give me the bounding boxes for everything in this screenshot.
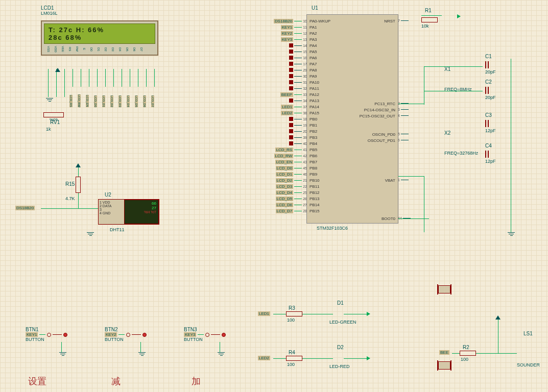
r1-val: 10k (421, 23, 429, 29)
net-label: LCD_D2 (276, 178, 294, 183)
dht-pin: 1 VDD (100, 201, 123, 204)
dht-pin: 4 GND (100, 211, 123, 215)
mcu-pin-PB14: LCD_D627 (276, 203, 307, 207)
mcu-pin-PB11: LCD_D322 (276, 184, 307, 189)
led2-net: LED2 (258, 356, 270, 360)
btn3-cn: 加 (192, 375, 201, 387)
ls1-part: SOUNDER (517, 362, 540, 368)
lcd-net: LCD_RS (69, 95, 73, 107)
c4-ref: C4 (485, 143, 492, 149)
lcd-net: LCD_RW (78, 94, 81, 107)
dht-val1: 66 (126, 201, 156, 206)
btn1-ref: BTN1 (26, 327, 67, 332)
net-label: KEY3 (281, 37, 293, 42)
lcd-pin-VEE: VEE (58, 46, 64, 53)
r3-ref: R3 (289, 305, 295, 311)
mcu-pin-PB15: LCD_D728 (276, 209, 307, 213)
lcd-pin-D1: D1 (94, 46, 100, 53)
net-label: LCD_D6 (276, 203, 294, 207)
c4-val: 12pF (485, 159, 496, 164)
mcu-pin-VBAT: 1 (398, 178, 409, 182)
gnd-icon (508, 232, 515, 236)
lcd-net: LCD_EN (86, 95, 89, 107)
net-label: LCD_D1 (276, 172, 294, 177)
net-label: LCD_D7 (276, 209, 294, 213)
dht11-component[interactable]: 1 VDD2 DATA3 4 GND 66 27 %H %T (98, 199, 159, 225)
c2-cap[interactable] (485, 87, 489, 94)
r3-resistor[interactable] (286, 311, 302, 316)
gnd-icon (217, 352, 226, 356)
mcu-pin-PB9: LCD_D146 (276, 172, 307, 177)
r4-val: 100 (287, 362, 295, 367)
btn2-button[interactable]: KEY2 (105, 332, 147, 337)
net-label: LCD_D0 (276, 166, 294, 170)
mcu-pin-PA8: 29 (289, 68, 307, 72)
r2-resistor[interactable] (460, 351, 476, 356)
mcu-pin-PB1: 19 (289, 123, 307, 127)
mcu-pin-PB12: LCD_D425 (276, 190, 307, 195)
lcd-pin-D2: D2 (101, 46, 107, 53)
x2-ref: X2 (444, 130, 450, 136)
c4-cap[interactable] (485, 151, 489, 158)
mcu-pin-PC14-OSC32_IN: 3 (398, 108, 409, 111)
mcu-pin-PA14: LED137 (281, 105, 307, 109)
net-label: KEY3 (184, 332, 196, 337)
btn2-ref: BTN2 (105, 327, 147, 332)
lcd-pin-RW: RW (73, 46, 79, 53)
c2-val: 20pF (485, 95, 496, 100)
net-label: LCD_RW (274, 154, 294, 158)
lcd-net: LCD_D2 (110, 95, 113, 107)
u1-part: STM32F103C6 (317, 226, 348, 231)
ls1-ref: LS1 (523, 331, 533, 336)
d1-ref: D1 (337, 300, 344, 306)
btn3-button[interactable]: KEY3 (184, 332, 226, 337)
net-label: LED1 (281, 105, 293, 109)
c1-val: 20pF (485, 69, 496, 75)
power-arrow (457, 14, 461, 18)
mcu-pin-PA0-WKUP: DS18B2010 (274, 19, 307, 23)
c3-val: 12pF (485, 128, 496, 133)
dht-pin: 2 DATA (100, 204, 123, 208)
btn3-part: BUTTON (184, 337, 226, 342)
lcd-net: LCD_D4 (127, 95, 130, 107)
lcd-component[interactable]: T: 27c H: 66% 28c 68% VSSVDDVEERSRWED0D1… (41, 20, 158, 56)
btn1-button[interactable]: KEY1 (26, 332, 67, 337)
lcd-pin-D7: D7 (137, 46, 143, 53)
u2-ref: U2 (105, 192, 111, 198)
r1-resistor[interactable] (421, 17, 438, 22)
r2-ref: R2 (463, 345, 469, 350)
net-label: BEEP (280, 92, 293, 97)
c1-cap[interactable] (485, 61, 489, 68)
mcu-pin-PA10: 31 (289, 80, 307, 84)
mcu-pin-PB7: LCD_EN43 (275, 160, 307, 164)
mcu-pin-PA9: 30 (289, 74, 307, 78)
u2-part: DHT11 (110, 227, 125, 232)
x1-crystal[interactable] (438, 285, 450, 293)
gnd-icon (58, 352, 67, 356)
r15-resistor[interactable] (76, 177, 81, 193)
d1-part: LED-GREEN (329, 320, 356, 325)
mcu-pin-PA15: LED238 (281, 111, 307, 115)
mcu-pin-PA6: 16 (289, 56, 307, 60)
mcu-pin-PB3: 39 (289, 135, 307, 139)
bee-net: BEE (439, 350, 449, 355)
mcu-pin-PB5: LCD_RS41 (275, 148, 307, 152)
x2-crystal[interactable] (438, 361, 450, 370)
lcd-line2: 28c 68% (49, 34, 151, 41)
x1-ref: X1 (444, 66, 450, 72)
dht-legend: %H %T (126, 210, 156, 214)
net-label: LCD_RS (275, 148, 294, 152)
c3-cap[interactable] (485, 120, 489, 127)
mcu-pin-PB4: 40 (289, 141, 307, 145)
r4-resistor[interactable] (286, 356, 302, 361)
net-label: LCD_D5 (276, 197, 294, 201)
net-label: LED2 (281, 111, 293, 115)
mcu-pin-PA2: KEY212 (281, 31, 307, 36)
mcu-pin-PA5: 15 (289, 50, 307, 54)
net-label: LCD_D4 (276, 190, 294, 195)
lcd-ref: LCD1 (41, 5, 58, 11)
mcu-chip[interactable]: DS18B2010KEY111KEY212KEY3131415161729303… (306, 14, 398, 224)
btn3-ref: BTN3 (184, 327, 226, 332)
lcd-pin-RS: RS (65, 46, 72, 53)
net-label: KEY2 (281, 31, 293, 36)
